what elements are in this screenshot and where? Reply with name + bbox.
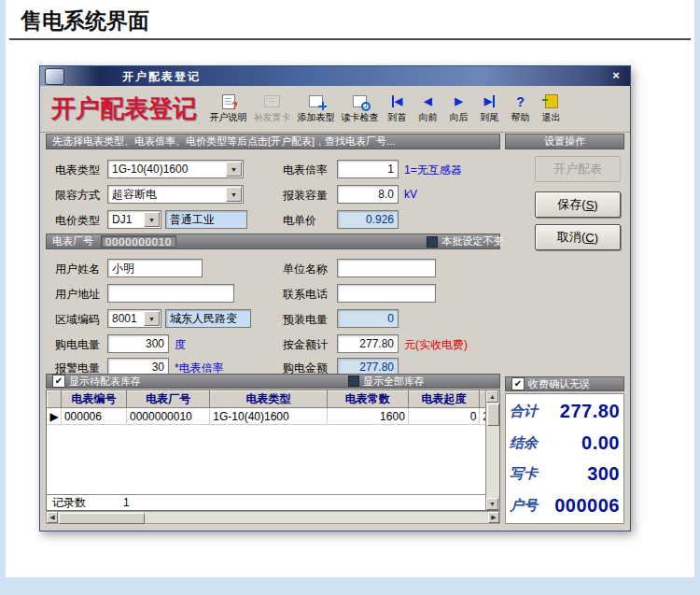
toolbar-button-add-meter-type[interactable]: 添加表型 [294,89,338,130]
horizontal-scrollbar[interactable]: ◀ ▶ [46,511,500,524]
toolbar-button-go-last[interactable]: ▶ 到尾 [474,89,505,130]
toolbar-button-reissue-card[interactable]: 补发置卡 [250,89,294,130]
page-panel: 售电系统界面 开户配表登记 × 开户配表登记 ? 开户说明 补发置卡 [6,0,694,577]
column-header[interactable]: 电表类型 [210,391,327,408]
scroll-right-icon[interactable]: ▶ [488,512,499,523]
meter-type-select[interactable]: 1G-10(40)1600 ▼ [107,160,244,178]
toolbar-button-go-next[interactable]: ▶ 向后 [443,89,474,130]
by-amount-input[interactable]: 277.80 [337,334,399,353]
toolbar-button-label: 帮助 [511,111,530,124]
chevron-down-icon[interactable]: ▼ [226,162,242,177]
go-previous-icon: ◀ [424,93,431,109]
meter-ratio-hint: 1=无互感器 [404,163,462,178]
show-pending-checkbox[interactable]: ✔ [52,375,65,388]
column-header[interactable]: 电表起度 [408,391,480,408]
chevron-down-icon[interactable]: ▼ [144,212,160,227]
purchase-qty-label: 购电电量 [55,337,100,353]
cancel-button[interactable]: 取消(C) [535,224,621,250]
fee-confirm-checkbox[interactable]: ✔ [511,377,525,390]
toolbar-button-go-previous[interactable]: ◀ 向前 [413,89,443,130]
dialog-titlebar[interactable]: 开户配表登记 × [40,66,630,86]
limit-mode-label: 限容方式 [55,188,100,204]
phone-input[interactable] [337,284,436,303]
factory-number-value: 0000000010 [101,235,176,248]
cell-meter-start: 0 [408,408,480,425]
price-type-name: 普通工业 [165,210,247,229]
horizontal-scroll-thumb[interactable] [59,513,145,524]
scroll-down-icon[interactable]: ▼ [486,498,498,510]
by-amount-unit: 元(实收电费) [404,337,468,353]
cell-meter-no: 000006 [61,408,126,425]
org-name-label: 单位名称 [283,262,328,277]
meter-ratio-input[interactable]: 1 [337,160,399,178]
record-count-row: 记录数 1 [47,494,486,510]
save-button[interactable]: 保存(S) [535,191,621,218]
summary-row-balance: 结余 0.00 [510,432,620,454]
confirm-bar: ✔ 收费确认无误 [505,376,624,391]
fee-confirm-label: 收费确认无误 [528,377,590,391]
close-icon[interactable]: × [609,68,623,83]
toolbar-button-read-card-check[interactable]: 读卡检查 [338,89,382,130]
open-account-button[interactable]: 开户配表 [535,156,621,182]
show-pending-label: 显示待配表库存 [69,375,141,389]
toolbar-button-label: 退出 [542,111,561,124]
stock-table-viewport: 电表编号 电表厂号 电表类型 电表常数 电表起度 ▶ 000006 000000… [47,390,486,494]
area-code-select[interactable]: 8001 ▼ [107,309,161,328]
user-name-input[interactable]: 小明 [107,259,203,277]
preset-qty-label: 预装电量 [283,312,328,328]
window-logo-icon [45,68,64,85]
capacity-input[interactable]: 8.0 [337,185,399,204]
address-input[interactable] [107,284,234,303]
batch-keep-checkbox[interactable] [427,236,438,248]
capacity-unit: kV [404,188,417,201]
toolbar-button-label: 向前 [419,111,438,124]
title-underline [9,38,691,40]
limit-mode-select[interactable]: 超容断电 ▼ [107,185,244,204]
scroll-left-icon[interactable]: ◀ [47,512,58,523]
column-header[interactable]: 电表厂号 [127,391,210,408]
summary-panel: 合计 277.80 结余 0.00 写卡 300 户号 000006 [505,393,624,524]
table-row[interactable]: ▶ 000006 0000000010 1G-10(40)1600 1600 0… [48,408,487,425]
toolbar-button-help[interactable]: ? 帮助 [505,89,536,130]
toolbar-button-label: 添加表型 [298,111,335,124]
toolbar-button-exit[interactable]: 退出 [536,89,567,130]
purchase-qty-input[interactable]: 300 [107,334,169,353]
toolbar-button-go-first[interactable]: ◀ 到首 [382,89,413,130]
toolbar-button-label: 补发置卡 [254,111,291,124]
chevron-down-icon[interactable]: ▼ [144,311,160,326]
toolbar-button-account-open-info[interactable]: ? 开户说明 [206,89,250,130]
price-type-label: 电价类型 [55,213,100,229]
address-label: 用户地址 [55,287,100,303]
column-header[interactable]: 电表编号 [61,391,126,408]
check-icon: ✔ [55,375,63,387]
show-all-label: 显示全部库存 [363,375,425,389]
column-header[interactable]: 电表常数 [327,391,408,408]
hint-text: 先选择电表类型、电表倍率、电价类型等后点击[开户配表]，查找电表厂号... [52,135,395,149]
unit-price-label: 电单价 [283,213,316,229]
dialog-title: 开户配表登记 [122,69,201,85]
factory-number-label: 电表厂号 [52,234,93,248]
stock-table: 电表编号 电表厂号 电表类型 电表常数 电表起度 ▶ 000006 000000… [46,390,500,511]
vertical-scroll-thumb[interactable] [487,404,499,426]
go-last-icon: ▶ [484,93,495,109]
meter-type-label: 电表类型 [55,163,100,178]
dialog-window: 开户配表登记 × 开户配表登记 ? 开户说明 补发置卡 添加表型 [39,65,631,531]
vertical-scrollbar[interactable]: ▲ ▼ [485,390,499,510]
org-name-input[interactable] [337,259,436,277]
show-all-checkbox[interactable] [348,375,359,387]
cell-meter-constant: 1600 [327,408,408,425]
factory-number-bar: 电表厂号 0000000010 本批设定不变 [46,234,500,249]
capacity-label: 报装容量 [283,188,328,204]
hint-bar: 先选择电表类型、电表倍率、电价类型等后点击[开户配表]，查找电表厂号... [46,134,500,149]
chevron-down-icon[interactable]: ▼ [226,187,242,202]
batch-keep-label: 本批设定不变 [441,234,503,248]
price-type-select[interactable]: DJ1 ▼ [107,210,161,229]
scroll-up-icon[interactable]: ▲ [486,390,498,403]
area-code-label: 区域编码 [55,312,100,328]
toolbar-button-label: 到尾 [481,111,499,124]
card-magnifier-icon [353,93,367,109]
doc-question-icon: ? [222,93,235,109]
page-title: 售电系统界面 [21,7,149,35]
settings-panel-header: 设置操作 [505,134,624,149]
help-icon: ? [516,93,525,109]
